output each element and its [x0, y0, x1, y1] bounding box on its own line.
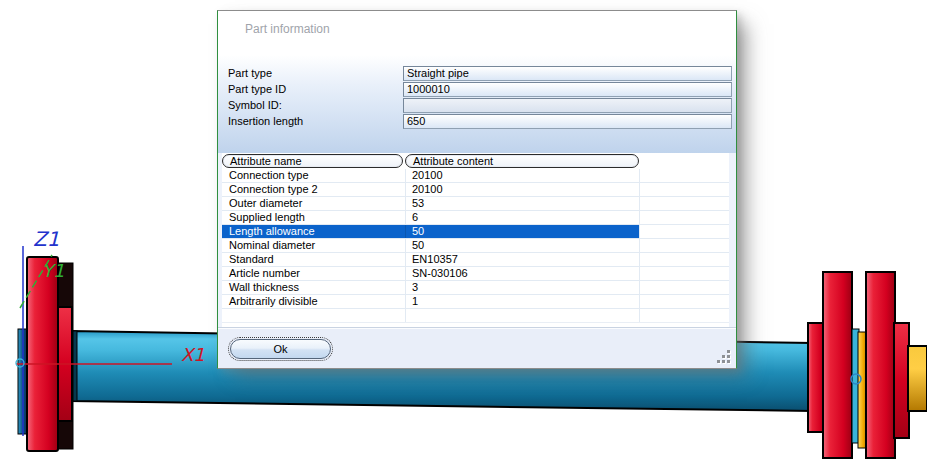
table-row-selected[interactable]: Length allowance 50	[222, 225, 729, 239]
attr-extra-cell	[639, 183, 729, 196]
insertion-length-label: Insertion length	[228, 115, 303, 127]
attr-name-cell: Standard	[222, 253, 405, 266]
attr-content-cell: 50	[405, 239, 639, 252]
table-row[interactable]: Standard EN10357	[222, 253, 729, 267]
attr-name-cell: Connection type	[222, 169, 405, 182]
table-row[interactable]: Supplied length 6	[222, 211, 729, 225]
dialog-title: Part information	[218, 11, 736, 55]
y-axis-label: Y1	[42, 260, 64, 281]
attr-content-cell: 6	[405, 211, 639, 224]
insertion-length-value[interactable]: 650	[403, 114, 732, 129]
dialog-footer: Ok	[218, 327, 736, 368]
attr-extra-cell	[639, 253, 729, 266]
table-row[interactable]: Nominal diameter 50	[222, 239, 729, 253]
attr-content-cell: SN-030106	[405, 267, 639, 280]
x-axis-label: X1	[181, 344, 205, 365]
symbol-id-label: Symbol ID:	[228, 99, 282, 111]
part-type-id-label: Part type ID	[228, 83, 286, 95]
ok-button[interactable]: Ok	[230, 339, 331, 359]
field-row-symbol-id: Symbol ID:	[218, 98, 736, 113]
attr-name-cell: Nominal diameter	[222, 239, 405, 252]
attribute-table-header: Attribute name Attribute content	[222, 153, 729, 169]
attr-name-cell: Length allowance	[222, 225, 405, 238]
attr-name-cell: Supplied length	[222, 211, 405, 224]
attr-name-cell: Connection type 2	[222, 183, 405, 196]
attr-extra-cell	[639, 211, 729, 224]
table-row[interactable]: Wall thickness 3	[222, 281, 729, 295]
part-information-dialog: Part information Part type Straight pipe…	[217, 10, 737, 369]
attr-extra-cell	[639, 281, 729, 294]
table-row[interactable]: Arbitrarily divisible 1	[222, 295, 729, 309]
z-axis-label: Z1	[33, 227, 59, 251]
part-fields-section: Part type Straight pipe Part type ID 100…	[218, 55, 736, 153]
attr-content-cell: 3	[405, 281, 639, 294]
table-row-empty[interactable]	[222, 309, 729, 323]
attr-content-cell: EN10357	[405, 253, 639, 266]
attr-name-cell: Arbitrarily divisible	[222, 295, 405, 308]
resize-grip[interactable]	[717, 350, 731, 364]
attr-content-cell: 20100	[405, 169, 639, 182]
field-row-part-type: Part type Straight pipe	[218, 66, 736, 81]
attr-extra-cell	[639, 225, 729, 238]
attr-extra-cell	[639, 239, 729, 252]
attr-extra-cell	[639, 169, 729, 182]
attr-name-cell: Article number	[222, 267, 405, 280]
table-row[interactable]: Connection type 20100	[222, 169, 729, 183]
attr-content-cell: 20100	[405, 183, 639, 196]
column-header-attribute-content[interactable]: Attribute content	[405, 154, 639, 168]
attr-content-cell: 1	[405, 295, 639, 308]
attr-extra-cell	[639, 197, 729, 210]
attr-content-cell: 53	[405, 197, 639, 210]
table-row[interactable]: Outer diameter 53	[222, 197, 729, 211]
left-flange[interactable]	[18, 257, 73, 451]
symbol-id-value[interactable]	[403, 98, 732, 113]
attr-extra-cell	[639, 295, 729, 308]
attr-name-cell: Wall thickness	[222, 281, 405, 294]
table-row[interactable]: Connection type 2 20100	[222, 183, 729, 197]
attr-name-cell: Outer diameter	[222, 197, 405, 210]
part-type-id-value[interactable]: 1000010	[403, 82, 732, 97]
field-row-insertion-length: Insertion length 650	[218, 114, 736, 129]
attr-extra-cell	[639, 267, 729, 280]
right-flange[interactable]	[808, 272, 927, 458]
table-row[interactable]: Article number SN-030106	[222, 267, 729, 281]
attr-content-cell: 50	[405, 225, 639, 238]
attribute-table: Attribute name Attribute content Connect…	[222, 153, 729, 327]
column-header-attribute-name[interactable]: Attribute name	[222, 154, 403, 168]
part-type-value[interactable]: Straight pipe	[403, 66, 732, 81]
cad-viewport: Z1 Y1 X1 Part information Part type Stra…	[0, 0, 927, 470]
part-type-label: Part type	[228, 67, 272, 79]
yellow-pipe-stub[interactable]	[908, 346, 927, 411]
field-row-part-type-id: Part type ID 1000010	[218, 82, 736, 97]
